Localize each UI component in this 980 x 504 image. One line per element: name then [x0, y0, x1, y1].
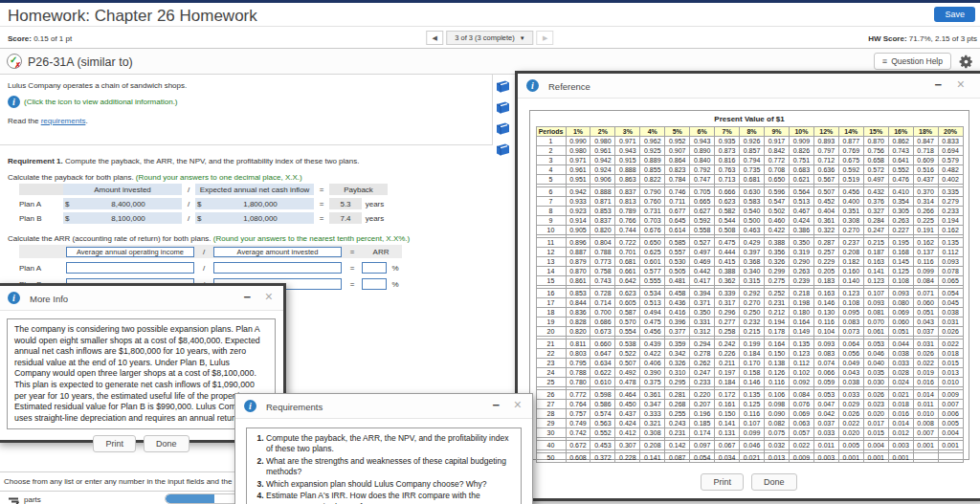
- pv-row: 180.8360.7000.5870.4940.4160.3500.2960.2…: [536, 308, 963, 318]
- pv-column-header: 8%: [740, 127, 765, 137]
- pv-column-header: 16%: [888, 127, 913, 137]
- arr-denominator-input[interactable]: [213, 262, 342, 274]
- requirements-list-box: Compute the payback, the ARR, the NPV, a…: [246, 427, 522, 504]
- pv-column-header: 15%: [863, 127, 888, 137]
- next-question-button[interactable]: ▶: [537, 31, 554, 45]
- hw-score-label: HW Score:: [868, 34, 906, 43]
- requirements-link[interactable]: requirements: [41, 117, 86, 125]
- pv-row: 90.9140.8370.7660.7030.6450.5920.5440.50…: [536, 216, 963, 226]
- pv-column-header: 3%: [615, 127, 640, 137]
- arr-result-input[interactable]: [362, 262, 387, 274]
- pv-row: 260.7720.5980.4640.3610.2810.2200.1720.1…: [536, 390, 963, 400]
- click-note: (Click the icon to view additional infor…: [24, 98, 178, 106]
- homework-page: Homework: Chapter 26 Homework Save Score…: [0, 0, 980, 504]
- pv-column-header: 20%: [938, 127, 963, 137]
- question-select[interactable]: 3 of 3 (3 complete) ▼: [446, 31, 533, 45]
- close-icon[interactable]: ×: [957, 77, 965, 92]
- arr-header-eq: =: [345, 245, 360, 258]
- reference-dialog: i Reference − × Present Value of $1 Peri…: [515, 71, 980, 501]
- pv-row: 290.7490.5630.4240.3210.2430.1850.1410.1…: [536, 419, 963, 428]
- done-button[interactable]: Done: [144, 435, 189, 452]
- requirements-header[interactable]: i Requirements − ×: [235, 394, 532, 419]
- minimize-icon[interactable]: −: [243, 290, 251, 304]
- pv-column-header: 14%: [838, 127, 863, 137]
- pv-column-header: 5%: [665, 127, 690, 137]
- pv-row: 240.7880.6220.4920.3900.3100.2470.1970.1…: [536, 368, 963, 378]
- question-id: P26-31A (similar to): [28, 55, 133, 69]
- hw-score-text: HW Score: 71.7%, 2.15 of 3 pts: [868, 34, 977, 43]
- slash-symbol: /: [182, 198, 195, 209]
- payback-row-label: Plan B: [19, 212, 63, 224]
- currency-symbol: $: [195, 198, 207, 209]
- pv-row: 250.7800.6100.4780.3750.2950.2330.1840.1…: [536, 378, 963, 387]
- requirements-list: Compute the payback, the ARR, the NPV, a…: [251, 433, 513, 504]
- done-button[interactable]: Done: [751, 473, 797, 491]
- pv-row: 20.9800.9610.9430.9250.9070.8900.8730.85…: [536, 146, 963, 156]
- more-info-header[interactable]: i More Info − ×: [0, 286, 283, 311]
- currency-symbol: $: [195, 212, 207, 224]
- read-requirements-line: Read the requirements.: [8, 117, 484, 125]
- pv-table-title: Present Value of $1: [530, 115, 969, 123]
- book-icon[interactable]: [496, 100, 510, 118]
- pv-row: 230.7950.6340.5070.4060.3260.2620.2110.1…: [536, 359, 963, 368]
- pv-row: 500.6080.3720.2280.1410.0870.0540.0340.0…: [536, 453, 963, 463]
- pv-column-header: 12%: [813, 127, 838, 137]
- print-button[interactable]: Print: [701, 473, 744, 491]
- pv-column-header: 9%: [765, 127, 790, 137]
- requirement-1-text: Requirement 1. Compute the payback, the …: [8, 157, 359, 165]
- statement-line: Lulus Company operates a chain of sandwi…: [8, 81, 484, 90]
- payback-header-blank: [19, 184, 63, 195]
- pv-row: 110.8960.8040.7220.6500.5850.5270.4750.4…: [536, 238, 963, 248]
- book-icon[interactable]: [496, 121, 510, 139]
- cross-icon: ✗: [14, 61, 21, 70]
- book-icon[interactable]: [496, 142, 510, 160]
- payback-header-payback: Payback: [329, 184, 388, 195]
- payback-row-label: Plan A: [19, 198, 63, 209]
- close-icon[interactable]: ×: [514, 397, 522, 412]
- question-help-button[interactable]: ≡ Question Help: [874, 53, 951, 70]
- arr-numerator-select[interactable]: Average annual operating income: [66, 247, 194, 257]
- equals-symbol: =: [314, 198, 329, 209]
- score-value: 0.15 of 1 pt: [33, 34, 72, 43]
- minimize-icon[interactable]: −: [934, 77, 942, 92]
- title-bar: Homework: Chapter 26 Homework Save: [0, 3, 980, 27]
- prev-question-button[interactable]: ◀: [426, 31, 443, 45]
- arr-numerator-input[interactable]: [66, 262, 194, 274]
- parts-icon: [8, 494, 20, 504]
- slash-symbol: /: [197, 261, 211, 274]
- info-icon: i: [8, 292, 20, 304]
- info-icon[interactable]: i: [8, 96, 20, 108]
- payback-answer: 5.3: [329, 198, 362, 209]
- arr-denominator-select[interactable]: Average amount invested: [213, 247, 342, 257]
- payback-header-inflow: Expected annual net cash inflow: [195, 184, 314, 195]
- arr-header-slash: /: [197, 245, 211, 258]
- reference-header[interactable]: i Reference − ×: [518, 74, 980, 99]
- pv-row: 270.7640.5860.4500.3470.2680.2070.1610.1…: [536, 400, 963, 409]
- pv-row: 130.8790.7730.6810.6010.5300.4690.4150.3…: [536, 257, 963, 267]
- info-icon: i: [244, 400, 256, 412]
- pv-row: 210.8110.6600.5380.4390.3590.2940.2420.1…: [536, 340, 963, 349]
- pv-column-header: 7%: [715, 127, 740, 137]
- close-icon[interactable]: ×: [265, 289, 273, 304]
- equals-symbol: =: [345, 261, 360, 274]
- problem-statement: Lulus Company operates a chain of sandwi…: [0, 75, 493, 145]
- print-button[interactable]: Print: [93, 435, 136, 452]
- prev-icon: ◀: [433, 34, 437, 42]
- pv-column-header: Periods: [536, 127, 566, 137]
- save-button[interactable]: Save: [934, 7, 975, 22]
- pv-row: 400.6720.4530.3070.2080.1420.0970.0670.0…: [536, 441, 963, 450]
- reference-title: Reference: [548, 81, 590, 92]
- requirements-dialog: i Requirements − × Compute the payback, …: [234, 393, 533, 504]
- amount-invested-value: 8,100,000: [75, 212, 182, 224]
- minimize-icon[interactable]: −: [492, 398, 500, 412]
- arr-result-input[interactable]: [362, 278, 387, 290]
- pv-row: 220.8030.6470.5220.4220.3420.2780.2260.1…: [536, 349, 963, 359]
- book-icon[interactable]: [496, 79, 510, 97]
- pv-row: 300.7420.5520.4120.3080.2310.1740.1310.0…: [536, 428, 963, 438]
- pv-row: 40.9610.9240.8880.8550.8230.7920.7630.73…: [536, 165, 963, 175]
- hw-score-value: 71.7%, 2.15 of 3 pts: [909, 34, 977, 43]
- next-icon: ▶: [543, 34, 547, 42]
- currency-symbol: $: [63, 198, 75, 209]
- chevron-down-icon: ▼: [520, 35, 525, 41]
- pv-row: 80.9230.8530.7890.7310.6770.6270.5820.54…: [536, 207, 963, 216]
